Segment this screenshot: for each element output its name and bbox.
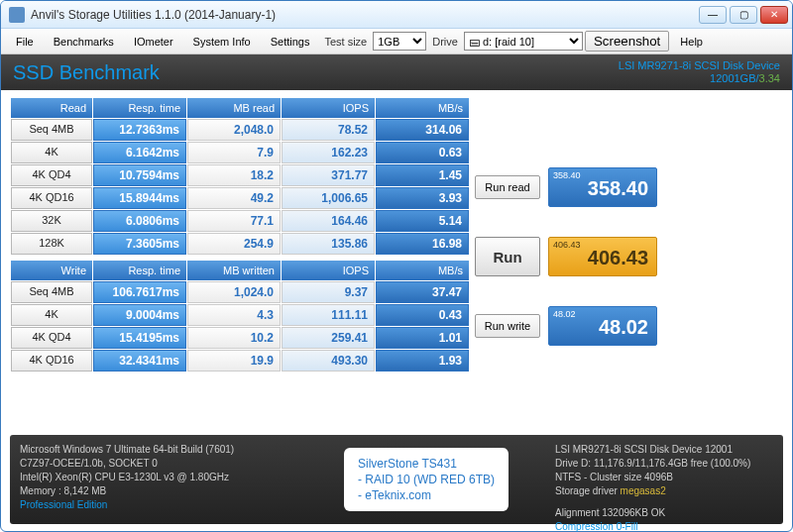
write-cell: 10.2 xyxy=(187,327,281,349)
device-capacity: 12001GB/3.34 xyxy=(619,72,780,85)
app-name: SSD Benchmark xyxy=(13,61,619,84)
read-row-label: 4K QD16 xyxy=(11,187,92,209)
read-cell: 6.0806ms xyxy=(93,210,186,232)
user-note[interactable]: SilverStone TS431 - RAID 10 (WD RED 6TB)… xyxy=(344,448,509,511)
write-score-group: Run write 48.02 48.02 xyxy=(475,306,657,346)
run-read-button[interactable]: Run read xyxy=(475,175,540,199)
note-line: SilverStone TS431 xyxy=(358,456,495,472)
read-row-label: 128K xyxy=(11,233,92,255)
read-cell: 15.8944ms xyxy=(93,187,186,209)
note-line: - eTeknix.com xyxy=(358,487,495,503)
maximize-button[interactable]: ▢ xyxy=(730,6,757,24)
test-size-label: Test size xyxy=(320,36,371,48)
screenshot-button[interactable]: Screenshot xyxy=(585,31,669,52)
read-cell: 7.3605ms xyxy=(93,233,186,255)
drive-info: LSI MR9271-8i SCSI Disk Device 12001 Dri… xyxy=(555,443,773,516)
read-cell: 2,048.0 xyxy=(187,119,281,141)
app-window: Anvil's Storage Utilities 1.1.0 (2014-Ja… xyxy=(0,0,793,532)
write-cell: 106.7617ms xyxy=(93,281,186,303)
read-hdr-iops: IOPS xyxy=(282,98,375,118)
write-cell: 4.3 xyxy=(187,304,281,326)
read-cell: 7.9 xyxy=(187,142,281,163)
total-score-small: 406.43 xyxy=(553,240,581,250)
read-hdr-name: Read xyxy=(11,98,92,118)
compression-link[interactable]: Compression 0-Fill xyxy=(555,520,773,532)
drive-space: Drive D: 11,176.9/11,176.4GB free (100.0… xyxy=(555,457,773,471)
storage-driver: Storage driver megasas2 xyxy=(555,484,773,498)
os-info: Microsoft Windows 7 Ultimate 64-bit Buil… xyxy=(20,443,297,457)
read-score: 358.40 358.40 xyxy=(548,167,657,207)
read-cell: 1,006.65 xyxy=(282,187,375,209)
write-hdr-mbs: MB/s xyxy=(376,261,469,280)
read-hdr-resp: Resp. time xyxy=(93,98,186,118)
write-cell: 1,024.0 xyxy=(187,281,281,303)
write-cell: 0.43 xyxy=(376,304,469,326)
edition-link[interactable]: Professional Edition xyxy=(20,498,297,512)
run-button[interactable]: Run xyxy=(475,237,540,276)
read-row-label: 32K xyxy=(11,210,92,232)
read-cell: 16.98 xyxy=(376,233,469,255)
read-cell: 77.1 xyxy=(187,210,281,232)
menu-settings[interactable]: Settings xyxy=(262,32,319,52)
menu-help[interactable]: Help xyxy=(671,32,712,52)
write-row-label: 4K QD16 xyxy=(11,350,92,372)
write-cell: 9.37 xyxy=(282,281,375,303)
read-cell: 3.93 xyxy=(376,187,469,209)
note-line: - RAID 10 (WD RED 6TB) xyxy=(358,472,495,487)
menu-iometer[interactable]: IOmeter xyxy=(125,32,182,52)
write-hdr-name: Write xyxy=(11,261,92,280)
close-button[interactable]: ✕ xyxy=(760,6,788,24)
write-row-label: 4K QD4 xyxy=(11,327,92,349)
write-cell: 259.41 xyxy=(282,327,375,349)
write-score-small: 48.02 xyxy=(553,309,576,319)
read-cell: 5.14 xyxy=(376,210,469,232)
test-size-select[interactable]: 1GB xyxy=(373,32,426,51)
device-info: LSI MR9271-8i SCSI Disk Device 12001GB/3… xyxy=(619,59,780,85)
write-cell: 1.01 xyxy=(376,327,469,349)
run-write-button[interactable]: Run write xyxy=(475,314,540,338)
read-hdr-mb: MB read xyxy=(187,98,281,118)
write-cell: 493.30 xyxy=(282,350,375,372)
mobo-info: C7Z97-OCEE/1.0b, SOCKET 0 xyxy=(20,457,297,471)
write-table: Write Resp. time MB written IOPS MB/s Se… xyxy=(11,261,782,372)
write-cell: 111.11 xyxy=(282,304,375,326)
menu-system-info[interactable]: System Info xyxy=(184,32,260,52)
drive-device: LSI MR9271-8i SCSI Disk Device 12001 xyxy=(555,443,773,457)
read-cell: 1.45 xyxy=(376,164,469,186)
menu-file[interactable]: File xyxy=(7,32,43,52)
window-controls: — ▢ ✕ xyxy=(699,6,788,24)
read-cell: 164.46 xyxy=(282,210,375,232)
menu-benchmarks[interactable]: Benchmarks xyxy=(45,32,123,52)
menubar: File Benchmarks IOmeter System Info Sett… xyxy=(1,29,792,54)
read-table: Read Resp. time MB read IOPS MB/s Seq 4M… xyxy=(11,98,782,255)
drive-select[interactable]: 🖴 d: [raid 10] xyxy=(464,32,583,51)
titlebar: Anvil's Storage Utilities 1.1.0 (2014-Ja… xyxy=(1,1,792,29)
drive-fs: NTFS - Cluster size 4096B xyxy=(555,471,773,484)
read-cell: 10.7594ms xyxy=(93,164,186,186)
system-info: Microsoft Windows 7 Ultimate 64-bit Buil… xyxy=(20,443,297,516)
write-hdr-mb: MB written xyxy=(187,261,281,280)
read-row-label: Seq 4MB xyxy=(11,119,92,141)
write-cell: 1.93 xyxy=(376,350,469,372)
read-hdr-mbs: MB/s xyxy=(376,98,469,118)
app-icon xyxy=(9,7,25,23)
write-cell: 15.4195ms xyxy=(93,327,186,349)
footer: Microsoft Windows 7 Ultimate 64-bit Buil… xyxy=(10,435,783,524)
write-hdr-iops: IOPS xyxy=(282,261,375,280)
write-cell: 32.4341ms xyxy=(93,350,186,372)
drive-label: Drive xyxy=(428,36,462,48)
window-title: Anvil's Storage Utilities 1.1.0 (2014-Ja… xyxy=(31,8,699,22)
read-cell: 314.06 xyxy=(376,119,469,141)
read-row-label: 4K xyxy=(11,142,92,163)
minimize-button[interactable]: — xyxy=(699,6,727,24)
read-cell: 18.2 xyxy=(187,164,281,186)
write-score: 48.02 48.02 xyxy=(548,306,657,346)
write-cell: 9.0004ms xyxy=(93,304,186,326)
cpu-info: Intel(R) Xeon(R) CPU E3-1230L v3 @ 1.80G… xyxy=(20,471,297,484)
read-cell: 6.1642ms xyxy=(93,142,186,163)
read-row-label: 4K QD4 xyxy=(11,164,92,186)
read-cell: 135.86 xyxy=(282,233,375,255)
total-score-group: Run 406.43 406.43 xyxy=(475,237,657,276)
device-name: LSI MR9271-8i SCSI Disk Device xyxy=(619,59,780,72)
mem-info: Memory : 8,142 MB xyxy=(20,484,297,498)
